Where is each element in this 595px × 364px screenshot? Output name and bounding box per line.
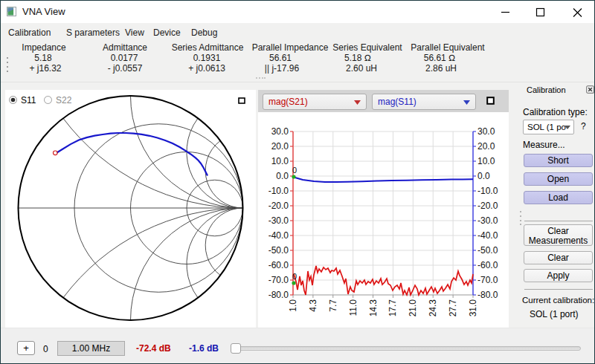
svg-text:-80.0: -80.0	[477, 290, 498, 300]
svg-text:31.0: 31.0	[468, 299, 478, 317]
svg-text:-10.0: -10.0	[268, 186, 289, 196]
svg-text:0: 0	[292, 166, 297, 175]
svg-text:-50.0: -50.0	[268, 245, 289, 256]
svg-text:-80.0: -80.0	[268, 290, 289, 300]
svg-text:-50.0: -50.0	[477, 245, 498, 256]
svg-text:-60.0: -60.0	[268, 260, 289, 270]
svg-text:10.0: 10.0	[477, 156, 495, 166]
svg-text:20.0: 20.0	[271, 141, 289, 152]
svg-text:30.0: 30.0	[271, 126, 289, 137]
svg-text:10.0: 10.0	[271, 156, 289, 166]
svg-text:30.0: 30.0	[477, 126, 495, 137]
svg-text:-30.0: -30.0	[477, 215, 498, 226]
svg-text:-70.0: -70.0	[268, 275, 289, 285]
svg-text:7.7: 7.7	[328, 299, 338, 312]
svg-text:0: 0	[292, 272, 297, 281]
svg-text:-40.0: -40.0	[477, 230, 498, 241]
svg-text:20.0: 20.0	[477, 141, 495, 152]
svg-text:14.3: 14.3	[368, 299, 379, 317]
svg-text:-70.0: -70.0	[477, 275, 498, 285]
svg-text:0.0: 0.0	[477, 171, 490, 181]
svg-text:-60.0: -60.0	[477, 260, 498, 270]
svg-text:21.0: 21.0	[408, 299, 418, 317]
svg-text:-30.0: -30.0	[268, 215, 289, 226]
svg-text:11.0: 11.0	[348, 299, 358, 316]
svg-text:24.3: 24.3	[428, 299, 438, 317]
svg-text:-20.0: -20.0	[268, 201, 289, 211]
svg-text:4.3: 4.3	[308, 299, 318, 312]
svg-text:-20.0: -20.0	[477, 201, 498, 211]
svg-text:27.7: 27.7	[448, 299, 458, 317]
svg-text:1.0: 1.0	[288, 299, 298, 312]
svg-text:0.0: 0.0	[276, 171, 289, 181]
svg-text:-40.0: -40.0	[268, 230, 289, 241]
svg-text:17.7: 17.7	[387, 299, 398, 317]
svg-text:-10.0: -10.0	[477, 186, 498, 196]
